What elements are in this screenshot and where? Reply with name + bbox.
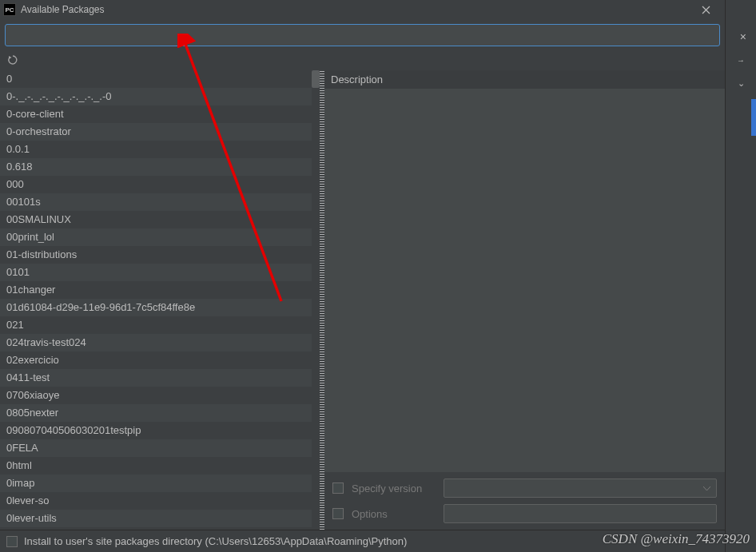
package-item[interactable]: 024travis-test024 bbox=[0, 334, 312, 351]
window-title: Available Packages bbox=[21, 4, 690, 15]
package-item[interactable]: 0-orchestrator bbox=[0, 123, 312, 141]
main-split: 00-._.-._.-._.-._.-._.-._.-00-core-clien… bbox=[0, 70, 725, 530]
options-checkbox[interactable] bbox=[332, 508, 344, 519]
specify-version-dropdown[interactable] bbox=[444, 479, 717, 498]
close-icon bbox=[702, 6, 710, 14]
bg-close-icon[interactable]: × bbox=[740, 30, 746, 43]
package-item[interactable]: 01changer bbox=[0, 281, 312, 299]
package-item[interactable]: 0.618 bbox=[0, 158, 312, 176]
install-to-user-checkbox[interactable] bbox=[6, 536, 18, 547]
package-item[interactable]: 0805nexter bbox=[0, 404, 312, 422]
options-area: Specify version Options bbox=[324, 472, 725, 530]
package-item[interactable]: 0411-test bbox=[0, 369, 312, 387]
specify-version-row: Specify version bbox=[332, 479, 717, 498]
package-item[interactable]: 01d61084-d29e-11e9-96d1-7c5cf84ffe8e bbox=[0, 299, 312, 316]
package-list-panel: 00-._.-._.-._.-._.-._.-._.-00-core-clien… bbox=[0, 70, 320, 530]
package-item[interactable]: 00101s bbox=[0, 193, 312, 211]
bg-blue-accent bbox=[751, 99, 756, 136]
description-panel: Description Specify version Options bbox=[324, 70, 725, 530]
window-close-button[interactable] bbox=[690, 0, 722, 19]
available-packages-dialog: PC Available Packages 00-._.-._ bbox=[0, 0, 726, 552]
titlebar: PC Available Packages bbox=[0, 0, 725, 19]
package-item[interactable]: 0FELA bbox=[0, 439, 312, 457]
package-item[interactable]: 01-distributions bbox=[0, 246, 312, 264]
bottom-bar: Install to user's site packages director… bbox=[0, 530, 725, 552]
description-body bbox=[324, 89, 725, 472]
options-label: Options bbox=[352, 508, 436, 520]
package-list[interactable]: 00-._.-._.-._.-._.-._.-._.-00-core-clien… bbox=[0, 70, 312, 530]
package-list-scrollbar[interactable] bbox=[312, 70, 320, 530]
bg-chevron-icon: → bbox=[737, 56, 745, 65]
specify-version-checkbox[interactable] bbox=[332, 483, 344, 494]
package-item[interactable]: 0lever-so bbox=[0, 492, 312, 510]
background-window: × → ⌄ bbox=[726, 0, 756, 552]
description-header: Description bbox=[324, 70, 725, 89]
refresh-button[interactable] bbox=[5, 52, 21, 68]
package-item[interactable]: 0 bbox=[0, 70, 312, 88]
package-item[interactable]: 021 bbox=[0, 316, 312, 334]
bg-caret-icon: ⌄ bbox=[738, 78, 745, 89]
chevron-down-icon bbox=[703, 486, 710, 491]
options-row: Options bbox=[332, 504, 717, 523]
package-item[interactable]: 00print_lol bbox=[0, 228, 312, 246]
package-item[interactable]: 0-._.-._.-._.-._.-._.-._.-0 bbox=[0, 88, 312, 105]
refresh-icon bbox=[7, 54, 18, 66]
package-item[interactable]: 0706xiaoye bbox=[0, 387, 312, 404]
package-item[interactable]: 090807040506030201testpip bbox=[0, 422, 312, 439]
specify-version-label: Specify version bbox=[352, 483, 436, 494]
options-input[interactable] bbox=[444, 504, 717, 523]
install-to-user-label: Install to user's site packages director… bbox=[24, 535, 407, 547]
package-item[interactable]: 00SMALINUX bbox=[0, 211, 312, 228]
package-item[interactable]: 0html bbox=[0, 457, 312, 475]
svg-marker-4 bbox=[9, 56, 12, 59]
package-item[interactable]: 000 bbox=[0, 176, 312, 193]
package-item[interactable]: 0imap bbox=[0, 475, 312, 492]
package-item[interactable]: 0lever-utils bbox=[0, 510, 312, 527]
package-item[interactable]: 0.0.1 bbox=[0, 141, 312, 158]
scrollbar-thumb[interactable] bbox=[312, 70, 320, 88]
package-item[interactable]: 0-core-client bbox=[0, 105, 312, 123]
package-item[interactable]: 0101 bbox=[0, 264, 312, 281]
search-input[interactable] bbox=[5, 24, 720, 46]
toolbar bbox=[0, 50, 725, 70]
pycharm-icon: PC bbox=[3, 3, 16, 16]
package-item[interactable]: 02exercicio bbox=[0, 351, 312, 369]
search-row bbox=[0, 19, 725, 50]
